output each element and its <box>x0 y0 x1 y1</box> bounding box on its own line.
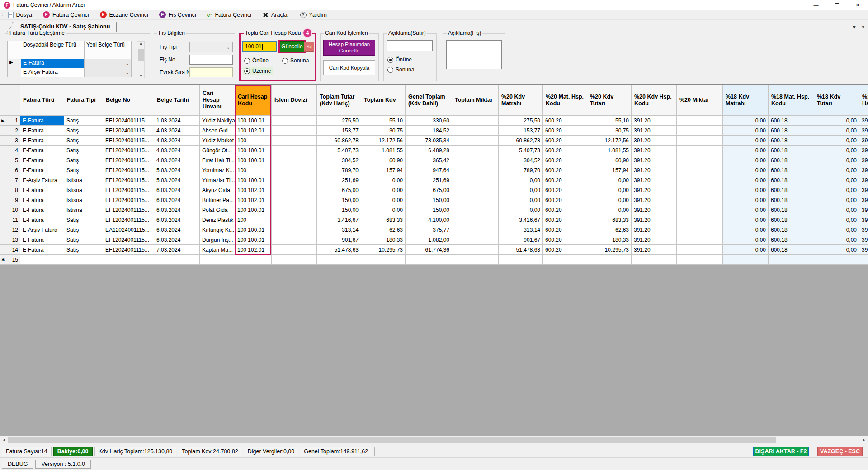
table-cell[interactable] <box>272 116 317 126</box>
table-cell[interactable]: Akyüz Gıda <box>200 185 235 195</box>
table-cell[interactable]: Yıldız Market <box>200 136 235 146</box>
column-header[interactable]: Belge No <box>103 85 154 116</box>
menu-item-yardim[interactable]: ?Yardım <box>296 10 331 19</box>
table-cell[interactable]: 600.20 <box>543 136 587 146</box>
table-cell[interactable]: 391.18 <box>859 165 868 175</box>
table-cell[interactable] <box>361 255 406 265</box>
table-cell[interactable]: 0,00 <box>587 175 632 185</box>
column-header[interactable]: %18 Kdv Hsp. Kodu <box>859 85 868 116</box>
table-cell[interactable]: EF12024001115... <box>103 165 154 175</box>
table-cell[interactable]: 0,00 <box>361 195 406 205</box>
table-cell[interactable]: 600.18 <box>769 235 814 245</box>
row-header[interactable]: 13 <box>0 235 20 245</box>
table-cell[interactable]: 6.03.2024 <box>154 195 200 205</box>
table-cell[interactable]: 3.416,67 <box>317 215 361 225</box>
column-header[interactable]: Fatura Tipi <box>64 85 103 116</box>
table-cell[interactable]: 391.18 <box>859 116 868 126</box>
table-cell[interactable]: E-Fatura <box>20 195 64 205</box>
table-cell[interactable]: 600.18 <box>769 215 814 225</box>
table-cell[interactable]: E-Fatura <box>20 165 64 175</box>
row-header[interactable]: 8 <box>0 185 20 195</box>
table-cell[interactable] <box>587 255 632 265</box>
table-cell[interactable]: 0,00 <box>814 195 859 205</box>
table-cell[interactable]: Polat Gıda <box>200 205 235 215</box>
table-cell[interactable]: 100 100.01 <box>235 175 272 185</box>
table-cell[interactable] <box>452 155 499 165</box>
table-cell[interactable]: 100 100.01 <box>235 225 272 235</box>
row-header[interactable]: ✱15 <box>0 255 20 265</box>
scroll-left-icon[interactable]: ◄ <box>0 436 8 444</box>
table-cell[interactable]: 0,00 <box>723 136 769 146</box>
table-cell[interactable]: 100 <box>235 165 272 175</box>
row-header[interactable]: 6 <box>0 165 20 175</box>
table-cell[interactable]: 391.20 <box>632 155 677 165</box>
table-cell[interactable] <box>272 225 317 235</box>
row-header[interactable]: 5 <box>0 155 20 165</box>
table-cell[interactable]: 0,00 <box>723 126 769 136</box>
table-cell[interactable]: 600.18 <box>769 185 814 195</box>
column-header[interactable]: Cari Hesap Unvanı <box>200 85 235 116</box>
row-header[interactable]: 14 <box>0 245 20 255</box>
table-cell[interactable]: 0,00 <box>814 245 859 255</box>
table-cell[interactable]: 4.100,00 <box>406 215 452 225</box>
row-header[interactable]: 12 <box>0 225 20 235</box>
table-cell[interactable]: 55,10 <box>587 116 632 126</box>
table-cell[interactable]: 600.20 <box>543 205 587 215</box>
table-cell[interactable]: 600.18 <box>769 175 814 185</box>
table-cell[interactable]: 0,00 <box>361 175 406 185</box>
table-cell[interactable] <box>154 255 200 265</box>
row-header[interactable]: 7 <box>0 175 20 185</box>
table-cell[interactable]: 391.20 <box>632 235 677 245</box>
column-header[interactable]: Cari Hesap Kodu <box>235 85 272 116</box>
row-header[interactable]: 4 <box>0 146 20 155</box>
table-cell[interactable]: 600.20 <box>543 116 587 126</box>
table-cell[interactable]: 304,52 <box>499 155 543 165</box>
table-cell[interactable]: 0,00 <box>499 185 543 195</box>
table-cell[interactable]: 600.20 <box>543 245 587 255</box>
table-cell[interactable] <box>452 175 499 185</box>
table-cell[interactable]: 600.20 <box>543 225 587 235</box>
table-cell[interactable]: 0,00 <box>723 215 769 225</box>
menu-item-fatura-cevirici[interactable]: FFatura Çevirici <box>39 10 93 19</box>
table-cell[interactable]: 150,00 <box>317 205 361 215</box>
table-cell[interactable]: EF12024001115... <box>103 235 154 245</box>
table-cell[interactable]: Satış <box>64 235 103 245</box>
table-cell[interactable]: Satış <box>64 116 103 126</box>
table-cell[interactable]: Satış <box>64 165 103 175</box>
row-header[interactable]: ▶1 <box>0 116 20 126</box>
table-cell[interactable] <box>272 165 317 175</box>
table-cell[interactable] <box>677 146 723 155</box>
table-cell[interactable]: 600.18 <box>769 116 814 126</box>
table-cell[interactable]: Satış <box>64 136 103 146</box>
scrollbar-thumb[interactable] <box>138 49 144 61</box>
table-cell[interactable]: 5.03.2024 <box>154 165 200 175</box>
table-cell[interactable]: Satış <box>64 225 103 235</box>
table-cell[interactable] <box>317 255 361 265</box>
table-cell[interactable] <box>272 205 317 215</box>
table-cell[interactable]: 600.20 <box>543 235 587 245</box>
table-cell[interactable]: 0,00 <box>814 155 859 165</box>
mapping-row-efatura[interactable]: E-Fatura <box>21 59 85 68</box>
table-cell[interactable]: 4.03.2024 <box>154 155 200 165</box>
table-cell[interactable] <box>103 255 154 265</box>
table-cell[interactable] <box>452 116 499 126</box>
table-cell[interactable] <box>677 126 723 136</box>
table-cell[interactable]: 100 <box>235 215 272 225</box>
tab-list-chevron-down-icon[interactable]: ▼ <box>852 24 857 30</box>
table-cell[interactable]: 100 100.01 <box>235 116 272 126</box>
table-cell[interactable]: 6.03.2024 <box>154 185 200 195</box>
table-cell[interactable]: 0,00 <box>723 185 769 195</box>
table-cell[interactable]: 275,50 <box>499 116 543 126</box>
column-header[interactable]: Toplam Miktar <box>452 85 499 116</box>
table-cell[interactable]: Güngör Ot... <box>200 146 235 155</box>
table-cell[interactable]: 153,77 <box>317 126 361 136</box>
table-cell[interactable]: 391.18 <box>859 245 868 255</box>
grid-corner-header[interactable] <box>0 85 20 116</box>
minimize-button[interactable]: — <box>806 0 826 10</box>
table-cell[interactable]: 51.478,63 <box>317 245 361 255</box>
table-cell[interactable]: Satış <box>64 215 103 225</box>
table-cell[interactable]: 6.03.2024 <box>154 205 200 215</box>
table-cell[interactable]: Istisna <box>64 205 103 215</box>
table-cell[interactable]: EF12024001115... <box>103 126 154 136</box>
table-cell[interactable] <box>543 255 587 265</box>
